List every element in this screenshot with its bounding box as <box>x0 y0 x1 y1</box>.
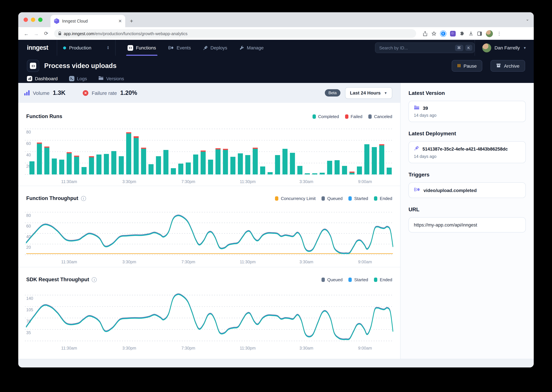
pause-icon <box>457 63 460 69</box>
user-menu[interactable]: Dan Farrelly ▼ <box>475 40 534 56</box>
inngest-logo[interactable]: inngest <box>18 44 57 51</box>
nav-item-label: Events <box>177 45 191 50</box>
tab-search-chevron-icon[interactable]: ⌄ <box>526 17 529 21</box>
legend-item-completed[interactable]: Completed <box>312 114 339 119</box>
function-throughput-chart: 2040608011:30am3:30pm7:30pm11:30pm3:30am… <box>24 205 395 266</box>
svg-text:3:30am: 3:30am <box>299 259 313 264</box>
latest-version-value: 39 <box>423 105 428 111</box>
legend-item-failed[interactable]: Failed <box>345 114 362 119</box>
address-bar[interactable]: app.inngest.com/env/production/functions… <box>54 29 416 38</box>
search-input[interactable] <box>379 45 453 50</box>
triggers-heading: Triggers <box>408 172 526 178</box>
browser-menu-icon[interactable]: ⋮ <box>497 31 501 36</box>
legend-label: Failed <box>351 114 362 119</box>
functions-code-icon <box>128 45 133 51</box>
function-throughput-block: Function Throughput i Concurrency Limit … <box>18 186 400 267</box>
url-value: https://my-app.com/api/inngest <box>414 222 477 228</box>
time-range-select[interactable]: Last 24 Hours ▼ <box>345 87 392 99</box>
chart-title: Function Runs <box>26 113 62 119</box>
archive-button[interactable]: Archive <box>491 60 525 72</box>
page-title: Process video uploads <box>44 62 443 70</box>
sdk-request-throughput-block: SDK Request Throughput i Queued Started … <box>18 267 400 359</box>
new-tab-button[interactable]: + <box>130 18 133 25</box>
legend-label: Queued <box>327 277 343 282</box>
legend-label: Canceled <box>374 114 392 119</box>
latest-deployment-value: 5141387e-35c2-4efe-a421-4843b86258dc <box>422 147 508 151</box>
legend-item-ended[interactable]: Ended <box>374 277 392 282</box>
legend-item-started[interactable]: Started <box>349 196 368 201</box>
downloads-icon[interactable] <box>469 31 473 36</box>
chevron-down-icon: ▼ <box>523 46 526 49</box>
nav-item-functions[interactable]: Functions <box>123 40 160 56</box>
maximize-window-button[interactable] <box>38 18 43 22</box>
legend-item-canceled[interactable]: Canceled <box>368 114 392 119</box>
legend-item-concurrency-limit[interactable]: Concurrency Limit <box>275 196 316 201</box>
browser-toolbar: ← → ⟳ app.inngest.com/env/production/fun… <box>18 27 534 40</box>
failure-rate-stat: ✕ Failure rate 1.20% <box>83 89 137 96</box>
latest-deployment-age: 14 days ago <box>414 154 520 159</box>
close-window-button[interactable] <box>24 18 28 22</box>
nav-item-deploys[interactable]: Deploys <box>198 40 232 56</box>
legend-item-started[interactable]: Started <box>349 277 368 282</box>
legend-swatch <box>321 196 325 201</box>
url-card: https://my-app.com/api/inngest <box>408 217 526 232</box>
legend-swatch <box>349 277 352 282</box>
svg-text:3:30am: 3:30am <box>299 346 313 350</box>
latest-deployment-card[interactable]: 5141387e-35c2-4efe-a421-4843b86258dc 14 … <box>408 141 526 163</box>
svg-text:3:30am: 3:30am <box>299 179 313 184</box>
archive-icon <box>496 63 501 69</box>
legend-swatch <box>312 114 316 119</box>
svg-text:11:30am: 11:30am <box>61 346 77 350</box>
extensions-puzzle-icon[interactable] <box>460 31 465 36</box>
wrench-icon <box>239 45 244 50</box>
volume-value: 1.3K <box>53 89 65 96</box>
function-runs-chart: 2040608011:30am3:30pm7:30pm11:30pm3:30am… <box>24 123 395 186</box>
legend-label: Completed <box>318 114 339 119</box>
sidepanel-icon[interactable] <box>477 31 482 36</box>
bookmark-star-icon[interactable] <box>431 31 436 36</box>
divider <box>115 40 116 56</box>
info-icon[interactable]: i <box>92 277 97 282</box>
svg-text:9:00am: 9:00am <box>358 179 372 184</box>
svg-text:60: 60 <box>26 224 31 228</box>
function-icon-box <box>27 60 39 72</box>
charts-column: Volume 1.3K ✕ Failure rate 1.20% Beta La… <box>18 83 400 359</box>
user-avatar <box>482 43 491 52</box>
folder-icon <box>414 105 420 111</box>
onepassword-extension-icon[interactable] <box>440 31 446 36</box>
nav-item-events[interactable]: Events <box>163 40 196 56</box>
share-icon[interactable] <box>423 31 428 36</box>
function-runs-legend: Completed Failed Canceled <box>312 114 392 119</box>
search-box[interactable]: ⌘ K <box>375 42 475 53</box>
cmd-key-badge: ⌘ <box>455 45 463 51</box>
chevron-down-icon: ▼ <box>384 91 387 95</box>
minimize-window-button[interactable] <box>31 18 35 22</box>
purple-extension-icon[interactable] <box>450 31 456 36</box>
stats-bar: Volume 1.3K ✕ Failure rate 1.20% Beta La… <box>18 83 400 103</box>
browser-tab[interactable]: Inngest Cloud ✕ <box>51 15 125 27</box>
sdk-throughput-legend: Queued Started Ended <box>321 277 392 282</box>
pause-button[interactable]: Pause <box>451 60 482 72</box>
forward-button[interactable]: → <box>32 31 40 36</box>
legend-item-queued[interactable]: Queued <box>321 196 343 201</box>
screenshot-stage: Inngest Cloud ✕ + ⌄ ← → ⟳ app.inngest.co… <box>0 0 552 392</box>
svg-text:11:30pm: 11:30pm <box>240 346 255 350</box>
rocket-icon <box>203 45 208 50</box>
volume-stat: Volume 1.3K <box>24 89 65 96</box>
browser-profile-avatar[interactable] <box>486 30 493 37</box>
url-heading: URL <box>408 207 526 213</box>
legend-swatch <box>345 114 348 119</box>
svg-text:60: 60 <box>26 141 31 146</box>
nav-item-manage[interactable]: Manage <box>234 40 268 56</box>
back-button[interactable]: ← <box>22 31 30 36</box>
chart-title: SDK Request Throughput <box>26 277 89 283</box>
legend-item-ended[interactable]: Ended <box>374 196 392 201</box>
failure-rate-value: 1.20% <box>120 89 137 96</box>
nav-item-label: Functions <box>136 45 156 50</box>
svg-text:7:30pm: 7:30pm <box>181 259 195 264</box>
environment-selector[interactable]: Production ▲▼ <box>57 45 115 50</box>
info-icon[interactable]: i <box>81 196 86 201</box>
legend-item-queued[interactable]: Queued <box>321 277 343 282</box>
tab-close-icon[interactable]: ✕ <box>118 19 122 24</box>
reload-button[interactable]: ⟳ <box>42 30 50 36</box>
